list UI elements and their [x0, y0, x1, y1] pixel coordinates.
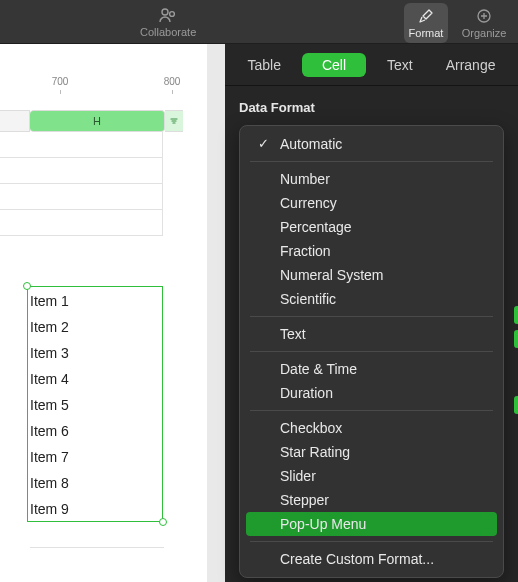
- cell[interactable]: Item 9: [30, 496, 69, 522]
- ruler-mark: [172, 90, 173, 94]
- ruler-tick: 800: [164, 76, 181, 87]
- grid: [0, 132, 163, 236]
- collaborate-button[interactable]: Collaborate: [140, 6, 196, 38]
- toolbar: Collaborate Format Organize: [0, 0, 518, 44]
- cell[interactable]: Item 7: [30, 444, 69, 470]
- filter-icon: [169, 116, 179, 126]
- menu-item[interactable]: Number: [246, 167, 497, 191]
- tab-table[interactable]: Table: [235, 53, 292, 77]
- menu-item[interactable]: Date & Time: [246, 357, 497, 381]
- menu-item[interactable]: Currency: [246, 191, 497, 215]
- grid-edge: [30, 522, 164, 548]
- cell[interactable]: Item 5: [30, 392, 69, 418]
- menu-item[interactable]: Pop-Up Menu: [246, 512, 497, 536]
- menu-item[interactable]: Checkbox: [246, 416, 497, 440]
- paintbrush-icon: [417, 7, 435, 25]
- data-format-menu: AutomaticNumberCurrencyPercentageFractio…: [239, 125, 504, 578]
- cell[interactable]: Item 6: [30, 418, 69, 444]
- menu-item[interactable]: Numeral System: [246, 263, 497, 287]
- organize-icon: [475, 7, 493, 25]
- menu-separator: [250, 410, 493, 411]
- menu-item[interactable]: Percentage: [246, 215, 497, 239]
- inspector-tabs: Table Cell Text Arrange: [225, 44, 518, 86]
- menu-item[interactable]: Star Rating: [246, 440, 497, 464]
- selected-cells: Item 1 Item 2 Item 3 Item 4 Item 5 Item …: [30, 288, 69, 522]
- collaborate-label: Collaborate: [140, 26, 196, 38]
- menu-item[interactable]: Duration: [246, 381, 497, 405]
- column-headers: H: [0, 110, 203, 132]
- tab-cell[interactable]: Cell: [302, 53, 366, 77]
- menu-item[interactable]: Scientific: [246, 287, 497, 311]
- menu-item[interactable]: Fraction: [246, 239, 497, 263]
- menu-separator: [250, 161, 493, 162]
- menu-separator: [250, 541, 493, 542]
- column-header[interactable]: [0, 110, 30, 132]
- section-title: Data Format: [239, 100, 504, 115]
- menu-item[interactable]: Automatic: [246, 132, 497, 156]
- spreadsheet-canvas[interactable]: 700 800 H Item 1 Item 2 Item 3 Item 4 It…: [0, 44, 225, 582]
- cell[interactable]: Item 4: [30, 366, 69, 392]
- column-header-selected[interactable]: H: [30, 110, 165, 132]
- format-label: Format: [409, 27, 444, 39]
- svg-point-1: [170, 11, 175, 16]
- collaborate-icon: [159, 6, 177, 24]
- panel-edge: [514, 306, 518, 420]
- cell[interactable]: Item 8: [30, 470, 69, 496]
- tab-text[interactable]: Text: [375, 53, 425, 77]
- menu-separator: [250, 316, 493, 317]
- menu-item[interactable]: Stepper: [246, 488, 497, 512]
- cell[interactable]: Item 1: [30, 288, 69, 314]
- cell[interactable]: Item 2: [30, 314, 69, 340]
- menu-item[interactable]: Slider: [246, 464, 497, 488]
- menu-item[interactable]: Create Custom Format...: [246, 547, 497, 571]
- scrollbar-gutter[interactable]: [207, 44, 225, 582]
- format-button[interactable]: Format: [404, 3, 448, 43]
- column-filter-button[interactable]: [165, 110, 183, 132]
- ruler-tick: 700: [52, 76, 69, 87]
- ruler: 700 800: [0, 76, 225, 94]
- cell[interactable]: Item 3: [30, 340, 69, 366]
- menu-separator: [250, 351, 493, 352]
- tab-arrange[interactable]: Arrange: [434, 53, 508, 77]
- ruler-mark: [60, 90, 61, 94]
- organize-button[interactable]: Organize: [454, 3, 514, 43]
- organize-label: Organize: [462, 27, 507, 39]
- menu-item[interactable]: Text: [246, 322, 497, 346]
- svg-point-0: [162, 9, 168, 15]
- inspector-panel: Data Format AutomaticNumberCurrencyPerce…: [225, 86, 518, 582]
